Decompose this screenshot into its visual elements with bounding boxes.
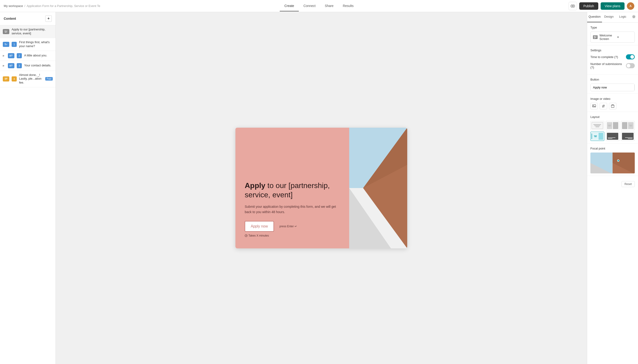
upload-image-button[interactable] (590, 103, 598, 109)
button-label: Button (590, 78, 635, 81)
preview-left-panel: Apply to our [partnership, service, even… (236, 128, 349, 248)
svg-rect-6 (5, 32, 6, 32)
tab-results[interactable]: Results (338, 1, 358, 12)
settings-label: Settings (590, 48, 635, 52)
q2-number: 2 (17, 53, 22, 58)
svg-rect-10 (10, 55, 10, 57)
svg-point-40 (602, 106, 604, 107)
svg-rect-15 (11, 65, 12, 65)
publish-button[interactable]: Publish (579, 2, 598, 10)
layout-section: Layout (587, 112, 638, 144)
workspace-link[interactable]: My workspace (4, 4, 23, 8)
number-of-submissions-toggle[interactable] (626, 63, 635, 68)
reset-section: Reset (587, 176, 638, 190)
sidebar-item-q2[interactable]: ▶ 2 A little about you. (0, 51, 56, 61)
svg-rect-32 (594, 37, 597, 38)
nav-actions: Publish View plans A (568, 2, 634, 10)
tab-logic[interactable]: Logic (616, 12, 630, 22)
button-char-count: 9 / 24 (634, 84, 635, 91)
q1-label: First things first, what's your name? (19, 40, 53, 48)
reset-button[interactable]: Reset (622, 181, 635, 187)
svg-rect-16 (11, 66, 12, 66)
preview-button[interactable] (568, 2, 577, 10)
image-icon (592, 104, 596, 108)
welcome-screen-icon (3, 29, 9, 34)
preview-description: Submit your application by completing th… (245, 204, 340, 214)
avatar[interactable]: A (627, 2, 634, 10)
q2-label: A little about you. (24, 54, 53, 58)
svg-point-39 (604, 105, 604, 106)
settings-gear-button[interactable] (630, 12, 638, 22)
tab-design[interactable]: Design (602, 12, 616, 22)
focal-point-section: Focal point (587, 144, 638, 176)
svg-rect-8 (5, 44, 8, 44)
svg-rect-34 (594, 38, 595, 38)
svg-rect-9 (5, 45, 7, 45)
delete-image-button[interactable] (609, 103, 616, 109)
sidebar-header: Content + (0, 12, 56, 25)
layout-option-2[interactable] (606, 121, 620, 130)
layout-option-1[interactable] (590, 121, 604, 130)
tab-create[interactable]: Create (280, 1, 299, 12)
focal-point-preview[interactable] (590, 152, 635, 174)
breadcrumb-title: Application Form for a Partnership, Serv… (27, 4, 100, 8)
svg-rect-3 (6, 31, 8, 31)
sidebar-item-q3[interactable]: ▶ 3 Your contact details. (0, 61, 56, 71)
canvas-area: Apply to our [partnership, service, even… (56, 12, 587, 364)
preview-button-row: Apply now press Enter ↵ (245, 221, 340, 232)
time-to-complete-toggle[interactable] (626, 54, 635, 60)
layout-grid (590, 121, 635, 141)
apply-now-button[interactable]: Apply now (245, 221, 274, 232)
q3-expand-arrow: ▶ (3, 64, 5, 67)
form-preview: Apply to our [partnership, service, even… (236, 128, 407, 248)
layout-option-5[interactable] (606, 132, 620, 141)
sidebar-item-q4[interactable]: 4 Almost done, _! Lastly, ple...ation fe… (0, 71, 56, 88)
trash-icon (611, 104, 614, 108)
focal-point-label: Focal point (590, 147, 635, 150)
svg-rect-12 (11, 56, 12, 56)
right-panel: Question Design Logic Type (587, 12, 638, 364)
layout-option-3[interactable] (621, 121, 635, 130)
tab-share[interactable]: Share (320, 1, 338, 12)
q2-type-icon (8, 53, 14, 58)
focal-point-dot[interactable] (617, 160, 620, 162)
svg-point-28 (633, 16, 634, 18)
svg-rect-19 (5, 79, 8, 79)
clock-icon (245, 234, 248, 237)
sidebar-item-welcome[interactable]: Apply to our [partnership, service, even… (0, 25, 56, 38)
preview-right-panel (349, 128, 407, 248)
nav-tabs: Create Connect Share Results (280, 1, 358, 12)
q1-type-icon (3, 42, 9, 47)
takes-time-text: Takes X minutes (248, 234, 269, 237)
sidebar-item-q1[interactable]: 1 First things first, what's your name? (0, 38, 56, 51)
view-plans-button[interactable]: View plans (600, 2, 624, 10)
layout-option-4[interactable] (590, 132, 604, 141)
preview-title: Apply to our [partnership, service, even… (245, 181, 340, 200)
q3-type-icon (8, 63, 14, 68)
type-dropdown[interactable]: Welcome Screen ▼ (590, 32, 635, 43)
panel-tabs: Question Design Logic (587, 12, 638, 22)
media-icons-row (590, 103, 635, 109)
tab-question[interactable]: Question (587, 12, 602, 22)
q1-number: 1 (12, 42, 17, 47)
svg-rect-17 (11, 66, 12, 66)
svg-point-0 (571, 5, 575, 8)
svg-rect-4 (6, 31, 7, 32)
image-adjust-button[interactable] (600, 103, 607, 109)
tab-connect[interactable]: Connect (299, 1, 320, 12)
button-section: Button 9 / 24 (587, 74, 638, 94)
svg-rect-11 (11, 55, 12, 55)
button-input-row: 9 / 24 (590, 84, 635, 91)
paid-badge: Paid (45, 77, 53, 80)
q4-number: 4 (12, 76, 17, 82)
add-content-button[interactable]: + (45, 15, 52, 22)
preview-title-bold: Apply (245, 181, 265, 190)
button-text-input[interactable] (591, 84, 634, 91)
svg-rect-29 (594, 36, 595, 37)
layout-option-6[interactable] (621, 132, 635, 141)
breadcrumb-separator: / (24, 4, 25, 8)
type-label: Type (590, 26, 635, 29)
sidebar: Content + Apply to our [partnership, ser… (0, 12, 56, 364)
sliders-icon (602, 104, 605, 108)
svg-rect-31 (595, 37, 596, 37)
